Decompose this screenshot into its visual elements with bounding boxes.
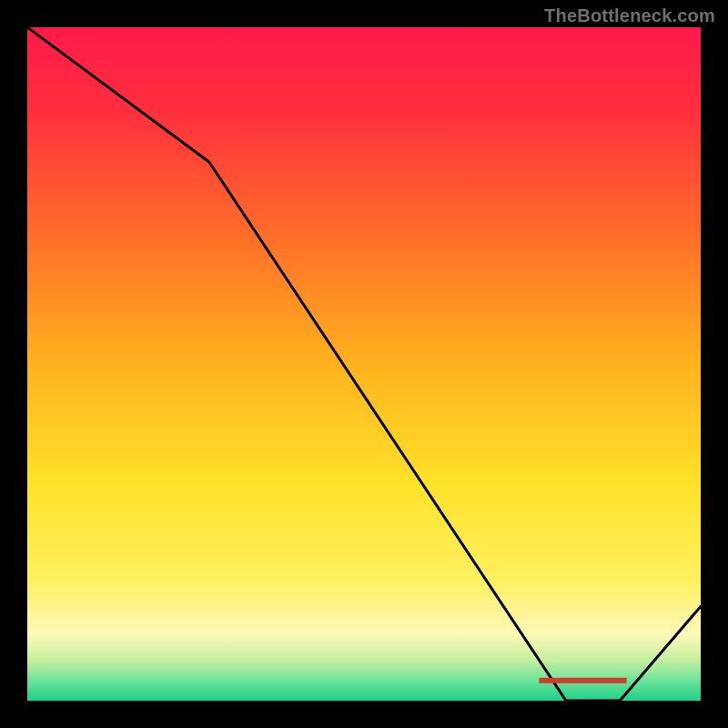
watermark-label: TheBottleneck.com xyxy=(544,5,715,26)
ideal-marker xyxy=(539,678,626,683)
chart-svg xyxy=(27,27,701,701)
chart-container xyxy=(27,27,701,701)
gradient-background xyxy=(27,27,701,701)
